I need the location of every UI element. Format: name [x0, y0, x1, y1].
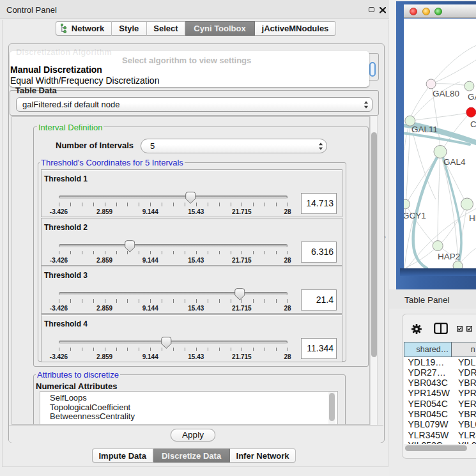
svg-text:HI: HI [469, 213, 476, 223]
svg-text:GA: GA [468, 92, 476, 102]
svg-text:GCY1: GCY1 [404, 211, 426, 220]
svg-text:HAP2: HAP2 [438, 252, 460, 261]
svg-text:GAL11: GAL11 [411, 125, 438, 134]
svg-text:C: C [470, 119, 476, 129]
svg-text:GAL4: GAL4 [443, 157, 466, 167]
svg-text:GAL80: GAL80 [433, 89, 459, 98]
